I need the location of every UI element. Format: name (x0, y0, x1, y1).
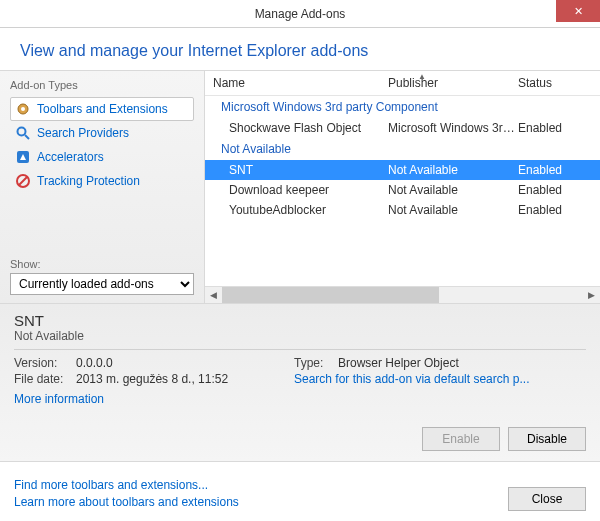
cell-status: Enabled (518, 183, 600, 197)
header-text: View and manage your Internet Explorer a… (20, 42, 580, 60)
list-row[interactable]: Shockwave Flash Object Microsoft Windows… (205, 118, 600, 138)
type-label: Type: (294, 356, 338, 370)
sidebar-item-label: Search Providers (37, 126, 129, 140)
sidebar-item-toolbars[interactable]: Toolbars and Extensions (10, 97, 194, 121)
show-label: Show: (10, 258, 194, 270)
list-row[interactable]: YoutubeAdblocker Not Available Enabled (205, 200, 600, 220)
close-icon[interactable]: ✕ (556, 0, 600, 22)
header: View and manage your Internet Explorer a… (0, 28, 600, 70)
block-icon (15, 173, 31, 189)
enable-button[interactable]: Enable (422, 427, 500, 451)
disable-button[interactable]: Disable (508, 427, 586, 451)
cell-publisher: Not Available (388, 203, 518, 217)
cell-name: SNT (229, 163, 388, 177)
svg-point-2 (18, 128, 26, 136)
search-icon (15, 125, 31, 141)
detail-name: SNT (14, 312, 586, 329)
sort-caret-icon: ▲ (418, 72, 426, 81)
find-more-link[interactable]: Find more toolbars and extensions... (14, 477, 239, 494)
footer: Find more toolbars and extensions... Lea… (0, 461, 600, 521)
titlebar: Manage Add-ons ✕ (0, 0, 600, 28)
cell-name: Shockwave Flash Object (229, 121, 388, 135)
scroll-track[interactable] (222, 287, 583, 304)
group-header: Not Available (205, 138, 600, 160)
cell-status: Enabled (518, 163, 600, 177)
sidebar-item-search[interactable]: Search Providers (10, 121, 194, 145)
cell-publisher: Not Available (388, 183, 518, 197)
details-pane: SNT Not Available Version: 0.0.0.0 File … (0, 303, 600, 461)
type-value: Browser Helper Object (338, 356, 459, 370)
horizontal-scrollbar[interactable]: ◀ ▶ (205, 286, 600, 303)
scroll-thumb[interactable] (222, 287, 439, 304)
cell-name: Download keepeer (229, 183, 388, 197)
accelerator-icon (15, 149, 31, 165)
search-addon-link[interactable]: Search for this add-on via default searc… (294, 372, 586, 386)
sidebar-item-label: Toolbars and Extensions (37, 102, 168, 116)
version-value: 0.0.0.0 (76, 356, 113, 370)
cell-status: Enabled (518, 203, 600, 217)
svg-line-6 (19, 177, 27, 185)
col-publisher[interactable]: Publisher▲ (388, 76, 518, 90)
cell-name: YoutubeAdblocker (229, 203, 388, 217)
list-row[interactable]: Download keepeer Not Available Enabled (205, 180, 600, 200)
sidebar-item-label: Accelerators (37, 150, 104, 164)
sidebar-item-accelerators[interactable]: Accelerators (10, 145, 194, 169)
col-name[interactable]: Name (213, 76, 388, 90)
list-row[interactable]: SNT Not Available Enabled (205, 160, 600, 180)
detail-publisher: Not Available (14, 329, 586, 343)
sidebar-item-label: Tracking Protection (37, 174, 140, 188)
scroll-left-icon[interactable]: ◀ (205, 287, 222, 304)
group-header: Microsoft Windows 3rd party Component (205, 96, 600, 118)
svg-line-3 (25, 135, 29, 139)
svg-point-1 (21, 107, 25, 111)
show-select[interactable]: Currently loaded add-ons (10, 273, 194, 295)
divider (14, 349, 586, 350)
cell-status: Enabled (518, 121, 600, 135)
more-information-link[interactable]: More information (14, 392, 104, 406)
filedate-value: 2013 m. gegužės 8 d., 11:52 (76, 372, 228, 386)
sidebar: Add-on Types Toolbars and Extensions Sea… (0, 71, 205, 303)
window-title: Manage Add-ons (255, 7, 346, 21)
addon-list: Microsoft Windows 3rd party Component Sh… (205, 96, 600, 286)
filedate-label: File date: (14, 372, 76, 386)
close-button[interactable]: Close (508, 487, 586, 511)
cell-publisher: Microsoft Windows 3rd ... (388, 121, 518, 135)
column-headers[interactable]: Name Publisher▲ Status (205, 71, 600, 96)
gear-icon (15, 101, 31, 117)
scroll-right-icon[interactable]: ▶ (583, 287, 600, 304)
col-status[interactable]: Status (518, 76, 600, 90)
addon-list-pane: Name Publisher▲ Status Microsoft Windows… (205, 71, 600, 303)
sidebar-item-tracking[interactable]: Tracking Protection (10, 169, 194, 193)
learn-more-link[interactable]: Learn more about toolbars and extensions (14, 494, 239, 511)
sidebar-title: Add-on Types (10, 79, 194, 91)
version-label: Version: (14, 356, 76, 370)
cell-publisher: Not Available (388, 163, 518, 177)
